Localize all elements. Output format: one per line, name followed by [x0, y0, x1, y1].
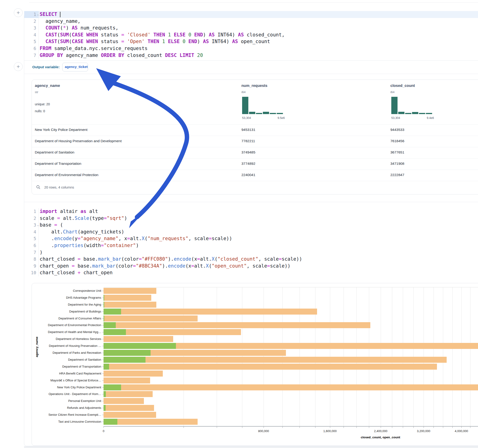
bar-closed	[104, 288, 156, 294]
gridline	[461, 287, 462, 426]
code-token-plain	[40, 39, 45, 44]
histogram-bar	[270, 113, 276, 114]
sql-gutter-divider	[38, 11, 39, 59]
code-token-plain: )	[203, 32, 209, 37]
histogram-bar	[398, 112, 404, 114]
bar-closed	[104, 419, 198, 425]
x-axis-minor-tick	[392, 427, 392, 428]
y-axis-label: Taxi and Limousine Commission	[33, 420, 101, 423]
table-row[interactable]: Department of Environmental Protection22…	[32, 170, 478, 181]
fold-chevron-icon[interactable]: ⌄	[37, 11, 39, 18]
column-header[interactable]: num_requests	[241, 83, 267, 88]
y-axis-tick	[102, 298, 104, 298]
code-token-plain: (	[69, 39, 72, 44]
code-token-plain: (	[60, 25, 63, 31]
code-token-kw: THEN	[148, 39, 159, 44]
bar-open	[104, 364, 109, 370]
x-axis-minor-tick	[403, 427, 403, 428]
code-token-fn: encode	[168, 263, 185, 269]
histogram-bar	[426, 113, 432, 114]
code-token-plain	[165, 32, 168, 37]
table-row[interactable]: Department of Transportation377489234719…	[32, 158, 478, 170]
x-axis-minor-tick	[381, 427, 381, 428]
table-shape-text: 20 rows, 4 columns	[44, 185, 74, 189]
x-axis-minor-tick	[315, 427, 315, 428]
code-token-plain	[83, 32, 87, 37]
code-token-plain: (x	[185, 263, 191, 269]
code-token-plain: scale	[40, 216, 57, 221]
code-line: .properties(width="container")	[40, 242, 139, 249]
code-token-fn: X	[212, 256, 215, 262]
code-token-kw: ELSE	[168, 39, 180, 44]
code-token-plain: , x	[118, 236, 127, 241]
code-token-num: 1	[162, 39, 165, 44]
code-token-kw: ORDER BY	[101, 53, 124, 58]
code-token-plain: base.	[81, 256, 98, 262]
y-axis-tick	[102, 401, 104, 401]
code-token-kw: GROUP BY	[40, 53, 63, 58]
bar-closed	[104, 364, 437, 370]
code-line: FROM sample_data.nyc.service_requests	[40, 45, 148, 52]
code-token-kw: WHEN	[86, 32, 98, 37]
y-axis-label: Department for the Aging	[33, 303, 101, 306]
code-token-plain	[124, 39, 127, 44]
table-row[interactable]: Department of Housing Preservation and D…	[32, 136, 478, 147]
code-token-op: *	[63, 25, 66, 31]
y-axis-tick	[102, 394, 104, 394]
code-token-plain: status	[98, 39, 121, 44]
code-token-str: "closed_count"	[217, 256, 258, 262]
bar-closed	[104, 371, 163, 377]
x-axis-line	[104, 426, 478, 427]
table-row[interactable]: Department of Sanitation37494853677651	[32, 147, 478, 158]
code-token-fn: X	[142, 236, 145, 241]
code-token-op: =	[279, 256, 282, 262]
output-variable-input[interactable]: agency_tickets	[62, 63, 88, 71]
table-cell: Department of Transportation	[35, 162, 82, 166]
code-line: chart_open = base.mark_bar(color="#8BC34…	[40, 263, 290, 270]
histogram-bar	[249, 112, 255, 114]
bar-open	[104, 309, 121, 315]
column-dtype: i64	[241, 90, 245, 94]
code-token-op: =	[121, 32, 124, 37]
code-token-kw: AS	[72, 25, 77, 31]
code-token-plain: (	[57, 39, 60, 44]
line-number: 4	[22, 31, 36, 38]
line-number: 8	[22, 256, 36, 263]
x-axis-label: 800,000	[251, 429, 276, 433]
code-token-plain: (agency_tickets)	[77, 229, 124, 235]
fold-chevron-icon[interactable]: ⌄	[37, 222, 39, 229]
code-token-fn: X	[206, 263, 209, 269]
histogram-bar	[391, 97, 397, 114]
column-header[interactable]: closed_count	[390, 83, 415, 88]
code-token-plain: (	[69, 32, 72, 37]
chart-x-axis-title: closed_count, open_count	[355, 436, 406, 439]
code-line: alt.Chart(agency_tickets)	[40, 229, 124, 236]
code-token-op: =	[54, 222, 57, 228]
code-token-plain: (	[57, 222, 63, 228]
histogram-min-label: 53,304	[242, 116, 251, 120]
search-icon[interactable]	[36, 185, 41, 189]
sql-code-cell[interactable]: 1⌄SELECT 2 agency_name,3 COUNT(*) AS num…	[0, 0, 478, 60]
code-token-plain: closed_count	[124, 53, 165, 58]
code-token-plain	[57, 12, 60, 17]
code-token-plain: (type	[89, 216, 104, 221]
x-axis-label: 3,200,000	[411, 429, 436, 433]
code-token-plain: (	[145, 236, 148, 241]
bar-closed	[104, 357, 447, 363]
bar-closed	[104, 295, 151, 301]
code-line: SELECT	[40, 11, 60, 18]
code-token-fn: mark_bar	[98, 256, 121, 262]
code-token-kw: SELECT	[40, 12, 57, 17]
add-cell-button-middle[interactable]: +	[14, 62, 23, 71]
code-token-plain: alt.	[194, 263, 206, 269]
code-token-kw: DESC	[165, 53, 177, 58]
code-token-fn: Scale	[75, 216, 89, 221]
active-line-highlight	[24, 11, 478, 18]
y-axis-tick	[102, 311, 104, 312]
x-axis-minor-tick	[283, 427, 283, 428]
code-token-plain: )	[197, 39, 203, 44]
x-axis-minor-tick	[453, 427, 453, 428]
table-row[interactable]: New York City Police Department945313194…	[32, 124, 478, 136]
column-header[interactable]: agency_name	[35, 83, 60, 88]
output-variable-label: Output variable:	[32, 65, 60, 69]
